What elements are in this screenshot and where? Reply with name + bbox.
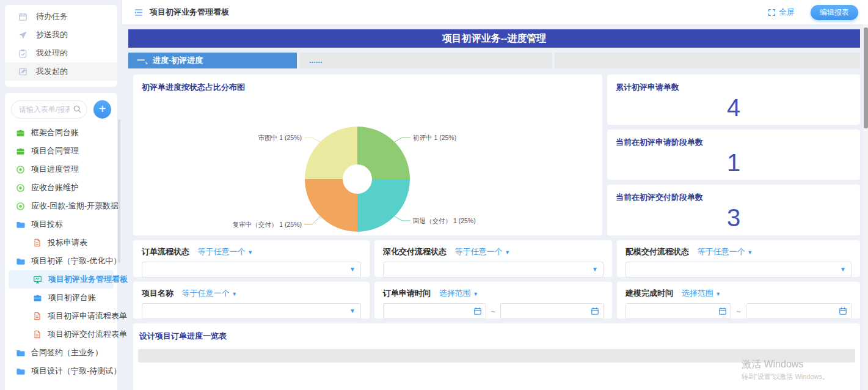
range-separator: ~ bbox=[491, 307, 496, 316]
chevron-down-icon: ▼ bbox=[505, 249, 510, 256]
stat-card-in-delivery-stage: 当前在初评交付阶段单数 3 bbox=[607, 185, 860, 235]
filter-operator[interactable]: 选择范围 ▼ bbox=[682, 289, 721, 298]
file-icon bbox=[33, 238, 42, 247]
sidebar-folder-project-design[interactable]: 项目设计（宁致-待测试） bbox=[5, 362, 117, 380]
collapse-menu-icon[interactable] bbox=[133, 8, 144, 17]
page-header: 项目初评业务管理看板 全屏 编辑报表 bbox=[122, 0, 868, 24]
main-scrollbar-thumb[interactable] bbox=[864, 28, 868, 128]
sidebar-item-initial-eval-dashboard[interactable]: 项目初评业务管理看板 bbox=[9, 270, 114, 289]
chevron-down-icon: ▼ bbox=[715, 291, 721, 297]
sidebar-item-project-progress-mgmt[interactable]: 项目进度管理 bbox=[5, 160, 117, 178]
paper-plane-icon bbox=[18, 31, 27, 40]
filter-project-name: 项目名称 等于任意一个 ▼ ▼ bbox=[133, 282, 370, 318]
order-apply-end-date bbox=[500, 303, 604, 319]
project-name-select[interactable]: ▼ bbox=[142, 303, 361, 319]
chevron-down-icon: ▼ bbox=[349, 307, 356, 314]
pie-slice-bottom-right[interactable] bbox=[357, 179, 410, 232]
leader-line-bottom-left bbox=[304, 216, 320, 224]
filter-mold-delivery-status: 配模交付流程状态 等于任意一个 ▼ ▼ bbox=[617, 240, 860, 277]
folder-icon bbox=[16, 348, 25, 358]
pie-label-top-left: 审图中 1 (25%) bbox=[258, 134, 302, 141]
sidebar-item-receivable-data[interactable]: 应收-回款-逾期-开票数据 bbox=[5, 197, 117, 215]
sidebar-item-label: 抄送我的 bbox=[36, 29, 68, 40]
sidebar-item-initiated-by-me[interactable]: 我发起的 bbox=[5, 62, 117, 81]
form-search bbox=[11, 100, 87, 119]
stat-value: 1 bbox=[607, 149, 860, 176]
modeling-end-date bbox=[746, 303, 852, 319]
sidebar-folder-project-initial-eval[interactable]: 项目初评（宁致-优化中） bbox=[5, 252, 117, 270]
filter-operator[interactable]: 等于任意一个 ▼ bbox=[455, 247, 511, 256]
briefcase-icon bbox=[16, 128, 25, 138]
sidebar-folder-project-bidding[interactable]: 项目投标 bbox=[5, 215, 117, 234]
date-end-input[interactable] bbox=[501, 304, 603, 318]
sidebar-item-receivable-ledger[interactable]: 应收台账维护 bbox=[5, 178, 117, 197]
calendar-icon[interactable] bbox=[591, 307, 599, 315]
sidebar-item-initial-eval-apply-form[interactable]: 项目初评申请流程表单 bbox=[5, 307, 117, 325]
pie-label-bottom-left: 复审中（交付） 1 (25%) bbox=[233, 221, 302, 228]
calendar-icon[interactable] bbox=[473, 307, 482, 315]
file-icon bbox=[33, 312, 42, 320]
sidebar-item-label: 我处理的 bbox=[36, 48, 68, 59]
chevron-down-icon: ▼ bbox=[349, 266, 356, 273]
filter-modeling-complete-time: 建模完成时间 选择范围 ▼ ~ bbox=[617, 282, 860, 318]
sidebar-scrollbar[interactable] bbox=[118, 119, 120, 263]
pie-slice-top-left[interactable] bbox=[305, 127, 357, 179]
deepen-delivery-status-select[interactable]: ▼ bbox=[383, 262, 604, 278]
mold-delivery-status-select[interactable]: ▼ bbox=[625, 262, 852, 278]
calendar-icon bbox=[18, 12, 27, 21]
clipboard-check-icon bbox=[18, 49, 27, 58]
search-icon[interactable] bbox=[73, 105, 82, 114]
stat-card-total-applications: 累计初评申请单数 4 bbox=[607, 75, 860, 125]
sidebar-item-cc-to-me[interactable]: 抄送我的 bbox=[5, 26, 117, 44]
fullscreen-button[interactable]: 全屏 bbox=[768, 7, 795, 18]
order-flow-status-select[interactable]: ▼ bbox=[142, 262, 361, 278]
filter-order-apply-time: 订单申请时间 选择范围 ▼ ~ bbox=[374, 282, 612, 318]
filter-operator[interactable]: 等于任意一个 ▼ bbox=[182, 289, 238, 298]
filter-operator[interactable]: 选择范围 ▼ bbox=[439, 289, 479, 298]
sidebar-item-initial-eval-delivery-form[interactable]: 项目初评交付流程表单 bbox=[5, 325, 117, 344]
edit-doc-icon bbox=[18, 67, 27, 76]
date-start-input[interactable] bbox=[626, 304, 731, 318]
pie-slice-top-right[interactable] bbox=[357, 127, 410, 179]
date-start-input[interactable] bbox=[384, 304, 486, 318]
dashboard-banner-title: 项目初评业务--进度管理 bbox=[128, 29, 860, 48]
sidebar-item-label: 我发起的 bbox=[36, 66, 68, 77]
briefcase-icon bbox=[33, 293, 42, 303]
sidebar-item-handled-by-me[interactable]: 我处理的 bbox=[5, 44, 117, 62]
calendar-icon[interactable] bbox=[839, 307, 847, 315]
sidebar-item-clipped[interactable] bbox=[5, 380, 117, 390]
folder-icon bbox=[16, 367, 25, 376]
sidebar-tree: 框架合同台账 项目合同管理 项目进度管理 应收台账维护 应收-回款-逾期-开票数… bbox=[5, 123, 117, 390]
filter-deepen-delivery-status: 深化交付流程状态 等于任意一个 ▼ ▼ bbox=[374, 240, 612, 277]
modeling-start-date bbox=[625, 303, 731, 319]
sidebar-item-bid-application-form[interactable]: 投标申请表 bbox=[5, 234, 117, 252]
sidebar-item-initial-eval-ledger[interactable]: 项目初评台账 bbox=[5, 289, 117, 307]
tab-more[interactable]: ...... bbox=[299, 53, 552, 68]
sidebar: 待办任务 抄送我的 我处理的 我发起的 + 框架合同台账 bbox=[0, 0, 122, 390]
sidebar-item-label: 待办任务 bbox=[36, 11, 68, 22]
pie-label-top-right: 初评中 1 (25%) bbox=[412, 134, 456, 141]
sidebar-item-todo-tasks[interactable]: 待办任务 bbox=[5, 7, 117, 26]
calendar-icon[interactable] bbox=[718, 307, 727, 315]
stat-title: 累计初评申请单数 bbox=[607, 75, 860, 93]
sidebar-folder-contract-signing[interactable]: 合同签约（主业务） bbox=[5, 344, 117, 362]
add-form-button[interactable]: + bbox=[93, 100, 111, 119]
edit-report-button[interactable]: 编辑报表 bbox=[811, 5, 858, 20]
chevron-down-icon: ▼ bbox=[840, 266, 846, 273]
tab-progress-initial-eval[interactable]: 一、进度-初评进度 bbox=[128, 53, 297, 68]
date-end-input[interactable] bbox=[746, 304, 851, 318]
sidebar-item-project-contract-mgmt[interactable]: 项目合同管理 bbox=[5, 142, 117, 160]
filter-order-flow-status: 订单流程状态 等于任意一个 ▼ ▼ bbox=[133, 240, 370, 277]
folder-icon bbox=[16, 257, 25, 266]
page-title: 项目初评业务管理看板 bbox=[150, 7, 229, 18]
sidebar-item-frame-contract-ledger[interactable]: 框架合同台账 bbox=[5, 123, 117, 142]
fullscreen-icon bbox=[768, 9, 776, 17]
filter-operator[interactable]: 等于任意一个 ▼ bbox=[198, 247, 253, 256]
order-apply-start-date bbox=[383, 303, 486, 319]
stat-title: 当前在初评申请阶段单数 bbox=[607, 130, 860, 148]
chevron-down-icon: ▼ bbox=[232, 291, 237, 297]
leader-line-bottom-right bbox=[395, 216, 410, 221]
stat-value: 3 bbox=[607, 204, 860, 231]
donut-chart: 初评中 1 (25%) 回退（交付） 1 (25%) 复审中（交付） 1 (25… bbox=[133, 93, 602, 245]
filter-operator[interactable]: 等于任意一个 ▼ bbox=[698, 247, 753, 256]
